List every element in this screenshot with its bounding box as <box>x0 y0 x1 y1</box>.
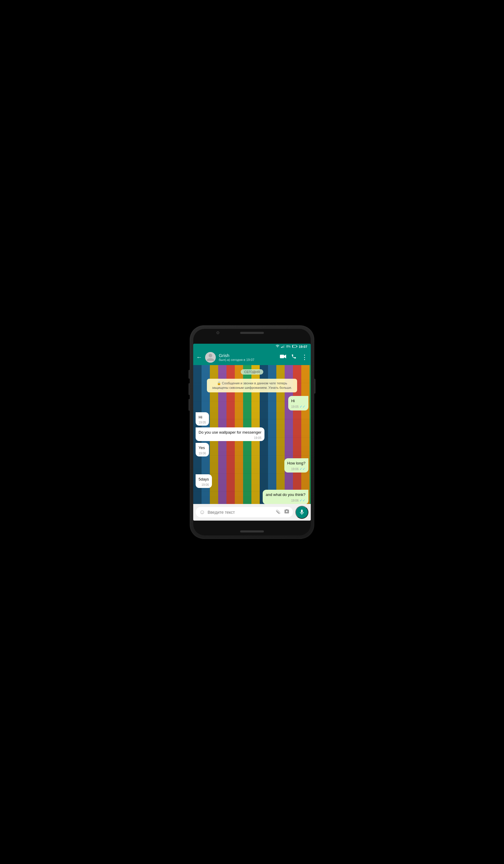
bubble-2: Hi 19:05 <box>196 412 209 426</box>
attach-button[interactable] <box>275 508 284 516</box>
message-text-3: Do you use wallpaper for messenger <box>199 430 262 434</box>
read-ticks-7: ✓✓ <box>300 498 305 503</box>
bubble-meta-6: 19:06 <box>199 483 209 487</box>
volume-up-button <box>189 370 190 379</box>
app-screen: 8% 19:07 ← <box>193 344 311 520</box>
video-call-icon[interactable] <box>280 354 286 360</box>
svg-rect-0 <box>281 347 282 348</box>
front-camera <box>216 331 219 334</box>
battery-indicator: 8% <box>286 345 290 348</box>
svg-rect-6 <box>292 346 293 347</box>
message-time-5: 19:06 <box>291 467 299 471</box>
message-time-2: 19:05 <box>199 421 206 424</box>
message-text-1: Hi <box>291 399 295 403</box>
read-ticks-1: ✓✓ <box>300 405 305 409</box>
status-time: 19:07 <box>299 345 307 348</box>
message-3: Do you use wallpaper for messenger 19:05 <box>196 428 264 441</box>
phone-screen: 8% 19:07 ← <box>193 329 311 536</box>
message-time-6: 19:06 <box>202 483 209 487</box>
svg-rect-1 <box>282 346 283 348</box>
bubble-meta-4: 19:06 <box>199 452 206 455</box>
message-time-4: 19:06 <box>199 452 206 455</box>
message-6: 5days 19:06 <box>196 474 212 488</box>
emoji-button[interactable]: ☺ <box>199 509 205 516</box>
message-text-4: Yes <box>199 445 205 450</box>
date-badge: СЕГОДНЯ <box>241 369 263 374</box>
svg-rect-5 <box>297 346 297 347</box>
message-4: Yes 19:06 <box>196 443 209 456</box>
avatar[interactable] <box>205 352 216 363</box>
battery-icon <box>292 345 297 348</box>
bubble-4: Yes 19:06 <box>196 443 209 456</box>
message-1: Hi 19:05 ✓✓ <box>288 396 308 410</box>
volume-down-button <box>189 383 190 395</box>
message-input[interactable] <box>207 510 274 515</box>
signal-icon <box>281 345 285 348</box>
bubble-meta-3: 19:05 <box>199 436 262 440</box>
bubble-6: 5days 19:06 <box>196 474 212 488</box>
wifi-icon <box>275 345 280 348</box>
input-bar: ☺ <box>193 504 311 520</box>
camera-button[interactable] <box>284 509 289 516</box>
svg-rect-7 <box>280 355 284 358</box>
bubble-7: and what do you think? 19:06 ✓✓ <box>263 490 308 504</box>
input-field-wrap: ☺ <box>196 507 293 517</box>
bubble-5: How long? 19:06 ✓✓ <box>284 458 308 472</box>
svg-rect-3 <box>284 345 284 348</box>
bubble-meta-7: 19:06 ✓✓ <box>266 498 305 503</box>
message-time-1: 19:05 <box>291 405 299 409</box>
svg-rect-2 <box>283 346 284 348</box>
contact-info[interactable]: Grish был(-а) сегодня в 19:07 <box>219 353 277 361</box>
back-button[interactable]: ← <box>196 354 202 361</box>
chat-header: ← Grish был(-а) сегодня в 19:07 <box>193 350 311 365</box>
silent-button <box>189 399 190 411</box>
message-7: and what do you think? 19:06 ✓✓ <box>263 490 308 504</box>
bubble-1: Hi 19:05 ✓✓ <box>288 396 308 410</box>
contact-name: Grish <box>219 353 277 358</box>
message-text-2: Hi <box>199 415 202 419</box>
chat-area[interactable]: СЕГОДНЯ 🔒 Сообщения и звонки в данном ча… <box>193 365 311 504</box>
message-time-3: 19:05 <box>254 436 262 440</box>
system-message: 🔒 Сообщения и звонки в данном чате тепер… <box>207 379 297 393</box>
mic-button[interactable] <box>295 506 308 519</box>
phone-call-icon[interactable] <box>291 354 297 361</box>
more-options-icon[interactable]: ⋮ <box>301 353 308 361</box>
contact-status: был(-а) сегодня в 19:07 <box>219 358 277 361</box>
status-bar: 8% 19:07 <box>193 344 311 350</box>
bubble-3: Do you use wallpaper for messenger 19:05 <box>196 428 264 441</box>
speaker-top <box>240 332 264 334</box>
bubble-meta-5: 19:06 ✓✓ <box>287 467 305 472</box>
message-text-7: and what do you think? <box>266 492 305 497</box>
phone-device: 8% 19:07 ← <box>190 325 314 539</box>
header-actions: ⋮ <box>280 353 308 361</box>
message-2: Hi 19:05 <box>196 412 209 426</box>
messages-list: СЕГОДНЯ 🔒 Сообщения и звонки в данном ча… <box>193 365 311 504</box>
bubble-meta-2: 19:05 <box>199 421 206 424</box>
power-button <box>314 379 315 394</box>
message-5: How long? 19:06 ✓✓ <box>284 458 308 472</box>
speaker-bottom <box>240 530 264 532</box>
message-text-5: How long? <box>287 461 305 465</box>
bubble-meta-1: 19:05 ✓✓ <box>291 405 305 409</box>
status-icons: 8% 19:07 <box>275 345 307 348</box>
message-time-7: 19:06 <box>291 499 299 503</box>
read-ticks-5: ✓✓ <box>300 467 305 472</box>
message-text-6: 5days <box>199 477 209 481</box>
